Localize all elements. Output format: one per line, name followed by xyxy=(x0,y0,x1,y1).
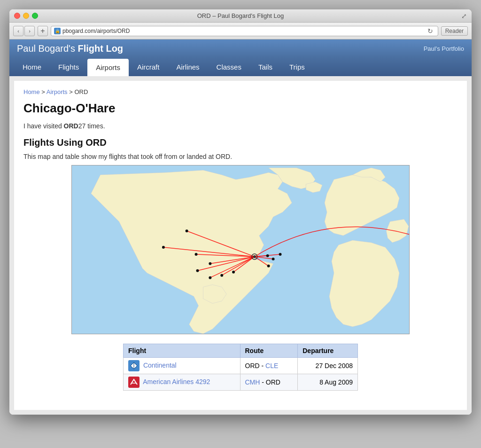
nav-classes[interactable]: Classes xyxy=(208,58,250,76)
nav-flights[interactable]: Flights xyxy=(50,58,87,76)
visit-code: ORD xyxy=(64,122,78,130)
flight-cell-2: American Airlines 4292 xyxy=(124,374,240,391)
site-header: Paul Bogard's Flight Log Paul's Portfoli… xyxy=(9,39,472,58)
departure-cell-1: 27 Dec 2008 xyxy=(298,358,358,374)
visit-suffix: times. xyxy=(85,122,105,130)
url-bar[interactable]: 🔒 pbogard.com/airports/ORD ↻ xyxy=(51,26,438,36)
route-to-2: ORD xyxy=(266,378,280,386)
airline-name-2[interactable]: American Airlines 4292 xyxy=(143,378,210,385)
route-to-1[interactable]: CLE xyxy=(265,362,278,369)
nav-tails[interactable]: Tails xyxy=(250,58,281,76)
svg-point-18 xyxy=(209,262,211,265)
nav-aircraft[interactable]: Aircraft xyxy=(129,58,168,76)
route-dash-2: - xyxy=(262,378,266,386)
flight-cell-1: Continental xyxy=(124,358,240,374)
breadcrumb-airports[interactable]: Airports xyxy=(47,88,68,95)
browser-window: ORD – Paul Bogard's Flight Log ⤢ ‹ › + 🔒… xyxy=(9,9,472,415)
map-svg xyxy=(72,165,409,334)
forward-button[interactable]: › xyxy=(24,26,35,36)
breadcrumb: Home > Airports > ORD xyxy=(23,88,458,95)
svg-point-25 xyxy=(279,253,282,256)
title-bar: ORD – Paul Bogard's Flight Log ⤢ xyxy=(9,9,472,23)
svg-point-17 xyxy=(195,253,198,256)
window-title: ORD – Paul Bogard's Flight Log xyxy=(197,12,284,19)
nav-buttons: ‹ › xyxy=(13,26,35,36)
route-from-1: ORD xyxy=(245,362,260,369)
route-cell-1: ORD - CLE xyxy=(240,358,298,374)
nav-trips[interactable]: Trips xyxy=(281,58,313,76)
url-text: pbogard.com/airports/ORD xyxy=(62,28,424,34)
page-title: Chicago-O'Hare xyxy=(23,101,458,116)
svg-point-15 xyxy=(186,229,188,232)
nav-home[interactable]: Home xyxy=(14,58,50,76)
refresh-button[interactable]: ↻ xyxy=(426,27,435,35)
window-controls xyxy=(14,13,38,19)
route-cell-2: CMH - ORD xyxy=(240,374,298,391)
reader-button[interactable]: Reader xyxy=(441,26,468,36)
visit-count: 27 xyxy=(78,122,86,130)
favicon: 🔒 xyxy=(54,28,61,34)
map-desc: This map and table show my flights that … xyxy=(23,153,458,160)
airline-icon-continental xyxy=(128,360,140,371)
col-departure: Departure xyxy=(298,344,358,358)
nav-bar: Home Flights Airports Aircraft Airlines … xyxy=(9,58,472,76)
svg-point-21 xyxy=(220,274,223,277)
svg-point-26 xyxy=(267,265,270,267)
content-inner: Home > Airports > ORD Chicago-O'Hare I h… xyxy=(14,81,467,410)
flight-map xyxy=(71,165,410,334)
breadcrumb-current: ORD xyxy=(74,88,88,95)
svg-point-20 xyxy=(209,276,211,279)
table-row: Continental ORD - CLE 27 Dec 2008 xyxy=(124,358,358,374)
route-from-2[interactable]: CMH xyxy=(245,378,260,386)
nav-airports[interactable]: Airports xyxy=(87,59,129,76)
minimize-button[interactable] xyxy=(23,13,29,19)
maximize-button[interactable] xyxy=(32,13,38,19)
departure-cell-2: 8 Aug 2009 xyxy=(298,374,358,391)
svg-point-16 xyxy=(162,246,165,249)
resize-icon[interactable]: ⤢ xyxy=(461,12,467,20)
visit-text: I have visited ORD27 times. xyxy=(23,122,458,130)
brand-first: Paul Bogard's xyxy=(17,43,78,54)
content-area: Home > Airports > ORD Chicago-O'Hare I h… xyxy=(9,76,472,415)
svg-point-24 xyxy=(272,258,275,260)
close-button[interactable] xyxy=(14,13,20,19)
table-row: American Airlines 4292 CMH - ORD 8 Aug 2… xyxy=(124,374,358,391)
address-bar: ‹ › + 🔒 pbogard.com/airports/ORD ↻ Reade… xyxy=(9,23,472,39)
svg-point-19 xyxy=(196,269,199,272)
svg-point-14 xyxy=(253,255,256,258)
portfolio-link[interactable]: Paul's Portfolio xyxy=(424,45,464,52)
visit-prefix: I have visited xyxy=(23,122,64,130)
nav-airlines[interactable]: Airlines xyxy=(168,58,208,76)
breadcrumb-sep1: > xyxy=(41,88,47,95)
route-dash-1: - xyxy=(262,362,266,369)
svg-point-23 xyxy=(266,254,269,257)
col-flight: Flight xyxy=(124,344,240,358)
breadcrumb-home[interactable]: Home xyxy=(23,88,40,95)
new-tab-button[interactable]: + xyxy=(38,26,48,36)
breadcrumb-sep2: > xyxy=(69,88,74,95)
airline-icon-aa xyxy=(128,377,140,388)
col-route: Route xyxy=(240,344,298,358)
back-button[interactable]: ‹ xyxy=(13,26,23,36)
brand-bold: Flight Log xyxy=(78,43,123,54)
airline-name-1[interactable]: Continental xyxy=(143,362,177,369)
flight-table: Flight Route Departure Continental xyxy=(123,344,358,391)
svg-point-22 xyxy=(232,271,235,274)
site-title: Paul Bogard's Flight Log xyxy=(17,43,123,54)
section-title: Flights Using ORD xyxy=(23,137,458,148)
